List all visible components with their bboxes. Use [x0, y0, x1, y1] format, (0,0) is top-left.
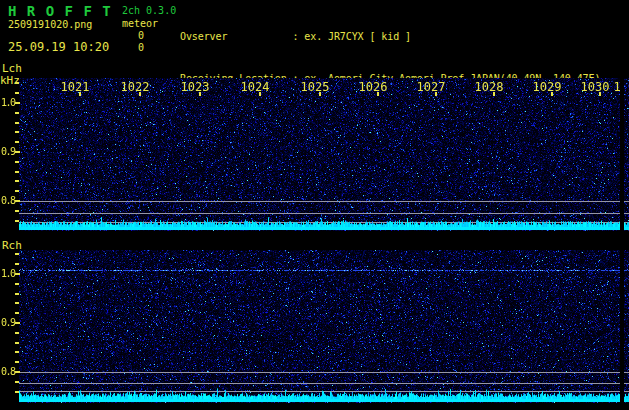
rch-y-tick: [15, 381, 19, 383]
rch-y-tick: [15, 283, 19, 285]
rch-y-tick: [15, 391, 19, 393]
time-tick-label: 1025: [301, 80, 330, 94]
lch-spectrogram: [19, 78, 629, 231]
time-tick-mark: [377, 92, 379, 96]
observer-line: Ovserver : ex. JR7CYX [ kid ]: [180, 30, 629, 44]
datetime-label: 25.09.19 10:20: [8, 40, 109, 54]
time-tick-label-partial: 1: [613, 80, 620, 94]
lch-y-label: 0.9: [1, 146, 15, 157]
rch-spectrogram: [19, 250, 629, 403]
mode-label: meteor: [122, 18, 158, 29]
rch-y-tick: [15, 361, 19, 363]
app-version: 2ch 0.3.0: [122, 5, 176, 16]
lch-y-tick: [15, 220, 19, 222]
lch-y-tick: [15, 82, 19, 84]
time-tick-label: 1028: [475, 80, 504, 94]
time-tick-mark: [139, 92, 141, 96]
output-file-name: 2509191020.png: [8, 19, 92, 30]
lch-y-tick: [15, 102, 20, 104]
time-tick-label: 1029: [533, 80, 562, 94]
time-tick-label: 1027: [417, 80, 446, 94]
rch-y-tick: [15, 293, 19, 295]
rch-y-tick: [15, 371, 20, 373]
time-tick-mark: [319, 92, 321, 96]
rch-y-tick: [15, 332, 19, 334]
lch-y-label: 0.8: [1, 195, 15, 206]
time-tick-label: 1022: [121, 80, 150, 94]
lch-y-tick: [15, 141, 19, 143]
rch-y-tick: [15, 253, 19, 255]
lch-y-tick: [15, 210, 19, 212]
rch-y-tick: [15, 263, 19, 265]
rch-y-label: 0.9: [1, 317, 15, 328]
time-tick-mark: [259, 92, 261, 96]
lch-y-label: 1.0: [1, 97, 15, 108]
meteor-count-bottom: 0: [120, 42, 144, 53]
lch-y-tick: [15, 200, 20, 202]
time-tick-mark: [551, 92, 553, 96]
time-tick-label: 1023: [181, 80, 210, 94]
lch-y-tick: [15, 131, 19, 133]
khz-unit-label: kHz: [0, 74, 20, 87]
rch-y-tick: [15, 302, 19, 304]
lch-y-tick: [15, 122, 19, 124]
app-title: H R O F F T: [8, 3, 112, 19]
time-tick-label: 1026: [359, 80, 388, 94]
rch-y-tick: [15, 312, 19, 314]
lch-y-tick: [15, 190, 19, 192]
rch-y-tick: [15, 273, 20, 275]
time-tick-label: 1030: [581, 80, 610, 94]
lch-y-tick: [15, 171, 19, 173]
rch-y-label: 0.8: [1, 366, 15, 377]
lch-y-tick: [15, 180, 19, 182]
rch-y-tick: [15, 342, 19, 344]
time-tick-mark: [435, 92, 437, 96]
lch-y-tick: [15, 161, 19, 163]
time-tick-label: 1021: [61, 80, 90, 94]
time-tick-mark: [199, 92, 201, 96]
lch-y-tick: [15, 92, 19, 94]
rch-y-tick: [15, 322, 20, 324]
lch-y-tick: [15, 112, 19, 114]
rch-y-tick: [15, 351, 19, 353]
meteor-count-top: 0: [120, 30, 144, 41]
time-tick-mark: [599, 92, 601, 96]
time-tick-mark: [493, 92, 495, 96]
time-tick-mark: [79, 92, 81, 96]
time-tick-label: 1024: [241, 80, 270, 94]
rch-y-label: 1.0: [1, 268, 15, 279]
lch-y-tick: [15, 151, 20, 153]
hrofft-window: H R O F F T 2ch 0.3.0 2509191020.png met…: [0, 0, 629, 410]
